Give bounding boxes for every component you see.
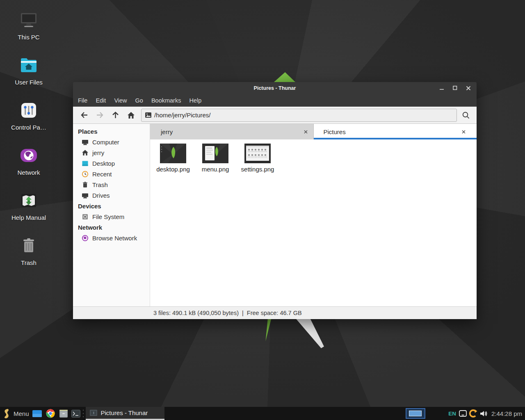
sidebar: Places Computer jerry Desktop Recent Tra… bbox=[73, 124, 150, 306]
taskbar-menu-label[interactable]: Menu bbox=[14, 410, 29, 417]
sidebar-item-recent[interactable]: Recent bbox=[73, 169, 150, 179]
drives-icon bbox=[82, 192, 89, 199]
menu-view[interactable]: View bbox=[110, 97, 131, 104]
forward-button[interactable] bbox=[92, 108, 107, 122]
distro-menu-icon[interactable] bbox=[3, 409, 11, 419]
search-button[interactable] bbox=[459, 108, 473, 122]
menu-bookmarks[interactable]: Bookmarks bbox=[147, 97, 185, 104]
menu-file[interactable]: File bbox=[74, 97, 91, 104]
task-label: Pictures - Thunar bbox=[101, 409, 148, 416]
desktop-icon-user-files[interactable]: User Files bbox=[5, 56, 52, 86]
chrome-launcher[interactable] bbox=[46, 409, 55, 418]
minimize-button[interactable] bbox=[438, 84, 445, 91]
chrome-icon bbox=[46, 409, 55, 418]
back-button[interactable] bbox=[76, 108, 92, 122]
sidebar-item-label: Recent bbox=[92, 171, 112, 178]
desktop-icon-control-panel[interactable]: Control Pa… bbox=[5, 101, 52, 131]
path-text: /home/jerry/Pictures/ bbox=[154, 112, 211, 119]
path-bar[interactable]: /home/jerry/Pictures/ bbox=[141, 109, 457, 122]
workspace-pager[interactable] bbox=[406, 408, 425, 419]
taskbar-clock: 2:44:28 pm bbox=[491, 410, 522, 417]
sidebar-item-browse-network[interactable]: Browse Network bbox=[73, 233, 150, 243]
home-button[interactable] bbox=[123, 108, 139, 122]
file-menu-png[interactable]: menu.png bbox=[196, 143, 235, 173]
desktop-icon-label: This PC bbox=[18, 34, 39, 41]
browse-network-icon bbox=[82, 235, 89, 242]
taskbar-separator bbox=[82, 410, 84, 417]
image-file-icon bbox=[145, 112, 151, 118]
file-settings-png[interactable]: settings.png bbox=[238, 143, 277, 173]
desktop-icon-label: Network bbox=[17, 169, 40, 176]
file-desktop-png[interactable]: desktop.png bbox=[153, 143, 193, 173]
trash-small-icon bbox=[82, 181, 89, 188]
trash-icon bbox=[19, 236, 38, 255]
network-icon bbox=[19, 146, 38, 165]
task-window-icon bbox=[90, 410, 97, 416]
tab-jerry[interactable]: jerry bbox=[150, 124, 314, 139]
statusbar-text: 3 files: 490.1 kB (490,050 bytes) | Free… bbox=[153, 310, 302, 316]
file-list: desktop.png menu.png bbox=[150, 139, 477, 306]
sidebar-item-label: jerry bbox=[92, 149, 104, 156]
desktop-icon-label: User Files bbox=[15, 79, 43, 86]
menu-go[interactable]: Go bbox=[131, 97, 147, 104]
desktop-icon-help-manual[interactable]: Help Manual bbox=[5, 191, 52, 221]
terminal-launcher[interactable] bbox=[71, 409, 81, 418]
settings-png-thumbnail bbox=[244, 144, 271, 163]
file-name: menu.png bbox=[202, 166, 229, 173]
sidebar-item-computer[interactable]: Computer bbox=[73, 137, 150, 147]
update-notifier-icon[interactable] bbox=[469, 409, 478, 418]
titlebar[interactable]: Pictures - Thunar bbox=[73, 82, 477, 94]
tab-bar: jerry Pictures bbox=[150, 124, 477, 139]
close-button[interactable] bbox=[465, 84, 472, 91]
file-cabinet-icon bbox=[59, 410, 68, 418]
sidebar-header-network: Network bbox=[73, 222, 150, 233]
desktop-icon-trash[interactable]: Trash bbox=[5, 236, 52, 266]
home-icon bbox=[82, 149, 89, 156]
menubar: File Edit View Go Bookmarks Help bbox=[73, 94, 477, 107]
sidebar-item-trash[interactable]: Trash bbox=[73, 179, 150, 190]
desktop-icon-this-pc[interactable]: This PC bbox=[5, 11, 52, 41]
help-manual-icon bbox=[19, 191, 38, 210]
taskbar-task-pictures-thunar[interactable]: Pictures - Thunar bbox=[86, 407, 164, 420]
sidebar-item-jerry[interactable]: jerry bbox=[73, 147, 150, 158]
display-tray-icon[interactable] bbox=[459, 410, 467, 417]
sidebar-item-file-system[interactable]: File System bbox=[73, 211, 150, 222]
terminal-icon bbox=[71, 410, 80, 418]
file-name: desktop.png bbox=[156, 166, 190, 173]
desktop-icon-network[interactable]: Network bbox=[5, 146, 52, 176]
file-system-icon bbox=[82, 213, 89, 220]
sidebar-item-desktop[interactable]: Desktop bbox=[73, 158, 150, 169]
menu-png-thumbnail bbox=[202, 144, 228, 163]
sidebar-item-label: Drives bbox=[92, 192, 110, 199]
tab-close-icon[interactable] bbox=[303, 128, 309, 135]
menu-edit[interactable]: Edit bbox=[91, 97, 110, 104]
desktop-icon-label: Control Pa… bbox=[11, 124, 46, 131]
sidebar-item-label: Trash bbox=[92, 181, 108, 188]
sidebar-item-drives[interactable]: Drives bbox=[73, 190, 150, 201]
sidebar-item-label: Computer bbox=[92, 139, 119, 146]
sidebar-item-label: File System bbox=[92, 213, 124, 220]
up-button[interactable] bbox=[107, 108, 123, 122]
archive-launcher[interactable] bbox=[59, 409, 68, 418]
computer-icon bbox=[82, 139, 89, 146]
toolbar: /home/jerry/Pictures/ bbox=[73, 107, 477, 124]
control-panel-icon bbox=[19, 101, 38, 120]
pager-active-window bbox=[409, 411, 422, 416]
volume-icon[interactable] bbox=[480, 410, 488, 417]
maximize-button[interactable] bbox=[452, 84, 459, 91]
tab-pictures[interactable]: Pictures bbox=[314, 124, 477, 139]
sidebar-header-places: Places bbox=[73, 126, 150, 137]
blue-folder-icon bbox=[32, 410, 42, 417]
file-manager-launcher[interactable] bbox=[32, 409, 42, 418]
sidebar-header-devices: Devices bbox=[73, 201, 150, 211]
thunar-window: Pictures - Thunar File Edit View Go Book… bbox=[73, 82, 477, 319]
keyboard-layout-indicator[interactable]: EN bbox=[448, 411, 456, 417]
file-name: settings.png bbox=[241, 166, 274, 173]
taskbar: Menu bbox=[0, 407, 525, 420]
desktop-icon bbox=[82, 160, 89, 167]
tab-close-icon[interactable] bbox=[460, 128, 467, 135]
window-title: Pictures - Thunar bbox=[254, 85, 296, 91]
menu-help[interactable]: Help bbox=[185, 97, 205, 104]
desktop-icon-label: Trash bbox=[21, 259, 37, 266]
statusbar: 3 files: 490.1 kB (490,050 bytes) | Free… bbox=[73, 306, 477, 319]
